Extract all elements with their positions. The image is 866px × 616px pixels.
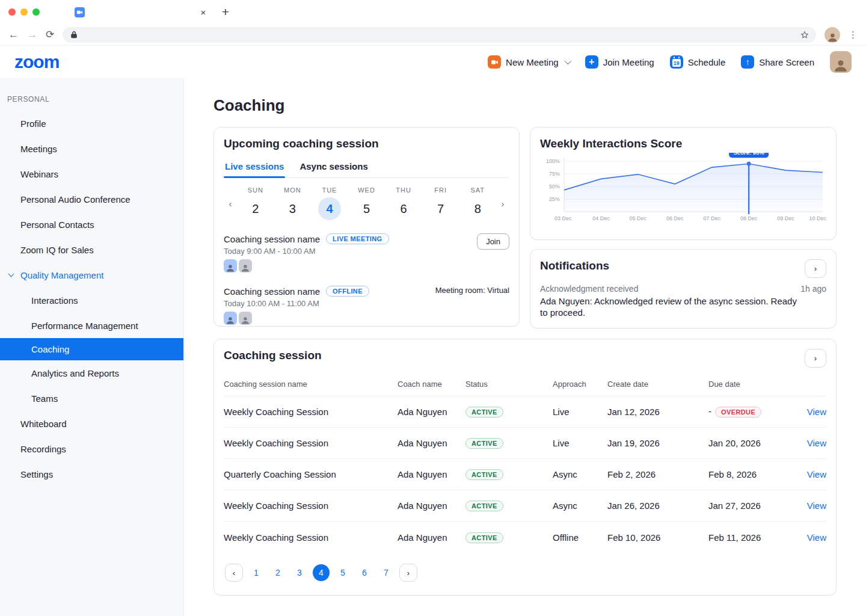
new-meeting-label: New Meeting	[506, 57, 559, 67]
table-more-button[interactable]: ›	[805, 349, 826, 368]
session-item: Coaching session name OFFLINE Today 10:0…	[224, 286, 509, 325]
sidebar-item-label: Quality Management	[20, 270, 103, 280]
browser-toolbar: ← → ⟳ ⋮	[0, 24, 866, 46]
sidebar-item[interactable]: Webinars	[0, 161, 183, 186]
calendar-day[interactable]: MON 3	[274, 186, 312, 220]
session-time: Today 9:00 AM - 10:00 AM	[224, 247, 477, 256]
pagination-page-button[interactable]: 7	[378, 564, 395, 581]
sidebar-item[interactable]: Meetings	[0, 136, 183, 161]
notifications-more-button[interactable]: ›	[805, 259, 826, 278]
join-button[interactable]: Join	[477, 233, 509, 250]
session-status-badge: LIVE MEETING	[326, 233, 388, 244]
pagination: ‹ 1 2 3	[225, 564, 826, 582]
close-window-button[interactable]	[8, 8, 16, 16]
calendar-day[interactable]: FRI 7	[422, 186, 459, 220]
sidebar-item[interactable]: Coaching	[0, 338, 183, 360]
participant-avatar	[239, 259, 252, 273]
browser-tab-strip: × +	[0, 0, 866, 24]
calendar-day[interactable]: WED 5	[348, 186, 385, 220]
minimize-window-button[interactable]	[20, 8, 28, 16]
sidebar-item[interactable]: Quality Management	[0, 262, 183, 288]
pagination-page-button[interactable]: 1	[248, 564, 265, 581]
notification-body: Ada Nguyen: Acknowledged review of the a…	[540, 296, 805, 319]
sidebar-item[interactable]: Zoom IQ for Sales	[0, 237, 183, 262]
user-avatar[interactable]	[830, 51, 852, 73]
calendar-day[interactable]: THU 6	[385, 186, 422, 220]
view-link[interactable]: View	[807, 469, 826, 479]
cell-due-date: Jan 20, 2026	[708, 438, 802, 448]
session-participants	[224, 312, 435, 325]
tab-close-icon[interactable]: ×	[197, 7, 210, 17]
forward-icon[interactable]: →	[27, 29, 37, 40]
notification-item[interactable]: Acknowledgment received 1h ago Ada Nguye…	[540, 284, 826, 319]
calendar-day[interactable]: SUN 2	[237, 186, 274, 220]
sidebar-item[interactable]: Settings	[0, 461, 183, 487]
session-tab[interactable]: Live sessions	[224, 156, 285, 177]
table-header-row: Coaching session name Coach name Status …	[224, 376, 826, 396]
sidebar-item[interactable]: Recordings	[0, 436, 183, 461]
join-meeting-button[interactable]: + Join Meeting	[585, 55, 654, 69]
main-content: Coaching Upcoming coaching session Live …	[184, 78, 866, 616]
sidebar-item[interactable]: Personal Audio Conference	[0, 186, 183, 212]
schedule-button[interactable]: 19 Schedule	[670, 55, 726, 69]
pagination-page-button[interactable]: 3	[291, 564, 308, 581]
bookmark-star-icon[interactable]	[800, 31, 809, 39]
session-tabs: Live sessions Async sessions	[224, 156, 509, 178]
status-badge: ACTIVE	[465, 500, 503, 511]
share-screen-button[interactable]: ↑ Share Screen	[741, 55, 814, 69]
weekly-interactions-card: Weekly Interactions Score 25%50%75%100%0…	[530, 127, 837, 240]
sidebar-item[interactable]: Personal Contacts	[0, 212, 183, 237]
new-tab-button[interactable]: +	[218, 5, 233, 19]
interactions-chart: 25%50%75%100%03 Dec04 Dec05 Dec06 Dec07 …	[540, 153, 828, 230]
sidebar-item[interactable]: Interactions	[0, 288, 183, 313]
window-controls[interactable]	[8, 8, 40, 16]
sidebar-item-label: Zoom IQ for Sales	[20, 245, 94, 255]
pagination-prev-button[interactable]: ‹	[225, 564, 243, 582]
sidebar-item[interactable]: Performance Management	[0, 313, 183, 338]
maximize-window-button[interactable]	[32, 8, 40, 16]
upcoming-card-title: Upcoming coaching session	[224, 137, 509, 150]
sidebar-item[interactable]: Teams	[0, 386, 183, 411]
calendar-next-icon[interactable]: ›	[496, 199, 509, 209]
svg-text:06 Dec: 06 Dec	[666, 215, 684, 221]
week-calendar: ‹ SUN 2 MON 3	[224, 186, 509, 220]
sidebar-item-label: Personal Audio Conference	[20, 194, 131, 205]
browser-tab[interactable]: ×	[75, 7, 210, 17]
view-link[interactable]: View	[807, 500, 826, 511]
notification-list: Acknowledgment received 1h ago Ada Nguye…	[540, 284, 826, 319]
day-number: 5	[363, 202, 370, 216]
zoom-logo[interactable]: zoom	[14, 53, 59, 71]
svg-text:75%: 75%	[549, 171, 560, 177]
calendar-day[interactable]: SAT 8	[459, 186, 496, 220]
session-participants	[224, 259, 477, 273]
cell-coach-name: Ada Nguyen	[398, 438, 465, 448]
new-meeting-button[interactable]: New Meeting	[488, 55, 570, 69]
back-icon[interactable]: ←	[8, 29, 19, 40]
sidebar-item-label: Personal Contacts	[20, 220, 94, 230]
browser-menu-icon[interactable]: ⋮	[849, 29, 858, 40]
cell-due-date: Jan 27, 2026	[708, 500, 802, 511]
pagination-next-button[interactable]: ›	[399, 564, 417, 582]
view-link[interactable]: View	[807, 407, 826, 417]
view-link[interactable]: View	[807, 532, 826, 543]
reload-icon[interactable]: ⟳	[46, 29, 54, 40]
calendar-day[interactable]: TUE 4	[311, 186, 348, 220]
status-badge: ACTIVE	[465, 469, 503, 480]
column-header-name: Coaching session name	[224, 380, 398, 389]
session-tab[interactable]: Async sessions	[298, 156, 369, 177]
sidebar-item[interactable]: Whiteboard	[0, 411, 183, 436]
browser-profile-avatar[interactable]	[825, 27, 840, 43]
pagination-page-button[interactable]: 5	[334, 564, 351, 581]
pagination-page-button[interactable]: 4	[313, 564, 330, 581]
session-status-badge: OFFLINE	[326, 286, 369, 297]
calendar-prev-icon[interactable]: ‹	[224, 199, 237, 209]
view-link[interactable]: View	[807, 438, 826, 448]
address-bar[interactable]	[63, 27, 816, 43]
sidebar-item[interactable]: Analytics and Reports	[0, 360, 183, 386]
chevron-down-icon[interactable]	[564, 58, 571, 64]
status-badge: ACTIVE	[465, 438, 503, 449]
pagination-page-button[interactable]: 2	[269, 564, 286, 581]
sidebar-item[interactable]: Profile	[0, 111, 183, 136]
pagination-page-button[interactable]: 6	[356, 564, 373, 581]
cell-session-name: Weekly Coaching Session	[224, 500, 398, 511]
